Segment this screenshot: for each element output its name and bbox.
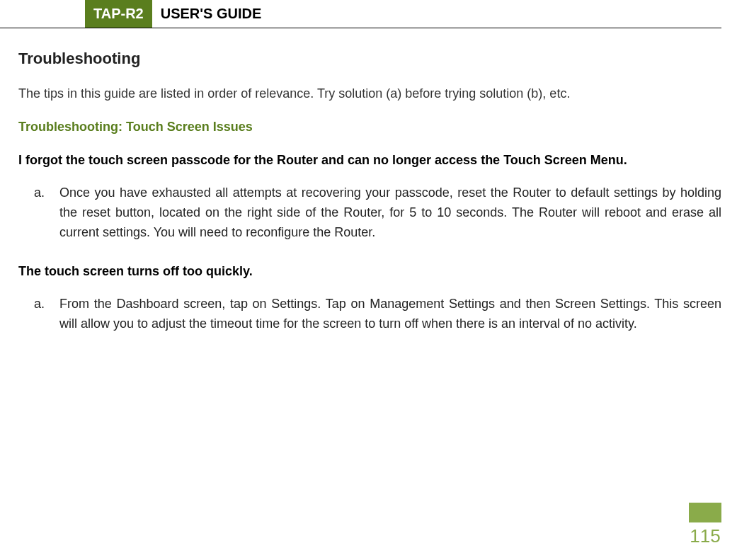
list-item: a. From the Dashboard screen, tap on Set… bbox=[59, 295, 721, 334]
list-item: a. Once you have exhausted all attempts … bbox=[59, 183, 721, 243]
document-header: TAP-R2 USER'S GUIDE bbox=[0, 0, 721, 28]
topic-question: I forgot the touch screen passcode for t… bbox=[18, 152, 721, 169]
page-number: 115 bbox=[689, 522, 721, 547]
list-marker: a. bbox=[34, 295, 45, 314]
page-number-container: 115 bbox=[689, 503, 721, 547]
subsection-heading: Troubleshooting: Touch Screen Issues bbox=[18, 120, 721, 135]
page-content: Troubleshooting The tips in this guide a… bbox=[0, 28, 737, 334]
product-badge: TAP-R2 bbox=[85, 0, 152, 28]
list-text: Once you have exhausted all attempts at … bbox=[59, 185, 721, 239]
intro-paragraph: The tips in this guide are listed in ord… bbox=[18, 85, 721, 103]
topic-question: The touch screen turns off too quickly. bbox=[18, 263, 721, 280]
list-text: From the Dashboard screen, tap on Settin… bbox=[59, 297, 721, 331]
document-title: USER'S GUIDE bbox=[152, 0, 270, 28]
solution-list: a. Once you have exhausted all attempts … bbox=[18, 183, 721, 243]
solution-list: a. From the Dashboard screen, tap on Set… bbox=[18, 295, 721, 334]
header-spacer bbox=[0, 0, 85, 28]
section-heading: Troubleshooting bbox=[18, 50, 721, 68]
list-marker: a. bbox=[34, 183, 45, 203]
page-number-bar bbox=[689, 503, 721, 522]
